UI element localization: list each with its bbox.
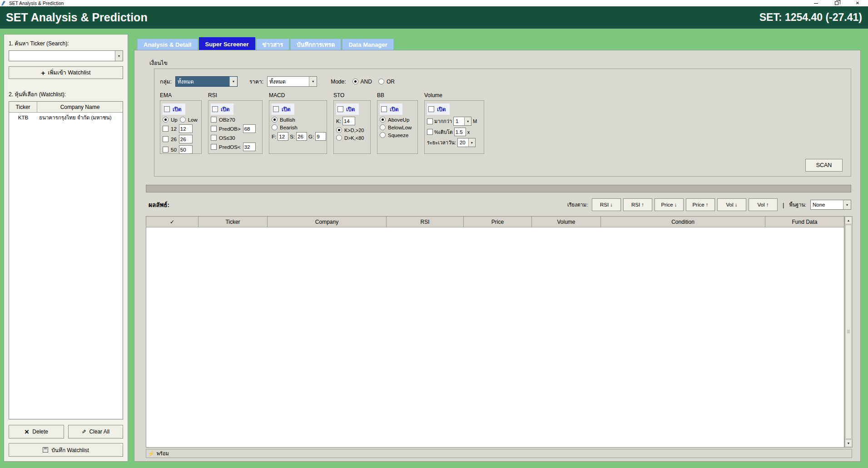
scan-button[interactable]: SCAN — [805, 159, 843, 172]
macd-enable-checkbox[interactable]: เปิด — [272, 103, 294, 115]
scroll-down-button[interactable]: ▼ — [845, 439, 852, 447]
col-condition[interactable]: Condition — [601, 217, 765, 227]
status-text: พร้อม — [157, 449, 169, 458]
sto-enable-checkbox[interactable]: เปิด — [336, 103, 359, 115]
fundamental-combobox[interactable]: None ▼ — [810, 200, 851, 210]
col-rsi[interactable]: RSI — [387, 217, 464, 227]
volume-growth-checkbox[interactable] — [427, 129, 433, 135]
group-combobox[interactable]: ทั้งหมด ▼ — [175, 76, 238, 87]
ema-26-checkbox[interactable] — [163, 136, 169, 142]
results-table-body — [146, 227, 844, 447]
mode-and-radio[interactable]: AND — [352, 79, 372, 85]
rsi-enable-checkbox[interactable]: เปิด — [211, 103, 233, 115]
col-fund-data[interactable]: Fund Data — [765, 217, 844, 227]
volume-growth-unit: x — [467, 129, 470, 135]
sort-rsi-desc-button[interactable]: RSI ↓ — [592, 198, 621, 211]
add-watchlist-button[interactable]: + เพิ่มเข้า Watchlist — [9, 66, 123, 79]
volume-enable-label: เปิด — [437, 105, 446, 113]
ema-50-checkbox[interactable] — [163, 147, 169, 153]
group-label: กลุ่ม: — [160, 77, 172, 86]
sort-price-desc-button[interactable]: Price ↓ — [655, 198, 684, 211]
restore-button[interactable] — [826, 0, 847, 6]
rsi-predos-input[interactable] — [243, 143, 256, 151]
rsi-predob-input[interactable] — [243, 124, 256, 133]
sto-k-input[interactable] — [342, 117, 355, 125]
sto-enable-label: เปิด — [346, 105, 355, 113]
macd-s-label: S: — [290, 134, 295, 139]
col-ticker[interactable]: Ticker — [198, 217, 268, 227]
tab-analysis-detail[interactable]: Analysis & Detail — [137, 39, 198, 51]
bb-squeeze-radio[interactable] — [380, 132, 386, 138]
tab-trade-log[interactable]: บันทึกการเทรด — [290, 39, 341, 51]
sort-vol-desc-button[interactable]: Vol ↓ — [717, 198, 746, 211]
ema-up-radio[interactable] — [163, 117, 169, 123]
ema-12-input[interactable] — [179, 124, 193, 133]
save-watchlist-button[interactable]: บันทึก Watchlist — [9, 443, 123, 457]
volume-greater-label: มากกว่า — [434, 117, 452, 125]
fundamental-value: None — [811, 202, 843, 207]
col-volume[interactable]: Volume — [532, 217, 601, 227]
rsi-predob-checkbox[interactable] — [211, 126, 217, 132]
sort-price-asc-button[interactable]: Price ↑ — [686, 198, 715, 211]
price-combobox[interactable]: ทั้งหมด ▼ — [267, 76, 317, 87]
mode-and-label: AND — [361, 79, 372, 85]
sort-rsi-asc-button[interactable]: RSI ↑ — [623, 198, 652, 211]
chevron-down-icon[interactable]: ▼ — [464, 117, 471, 125]
watchlist-row-company: ธนาคารกรุงไทย จำกัด (มหาชน) — [37, 113, 123, 123]
ema-50-label: 50 — [171, 147, 177, 153]
macd-s-input[interactable] — [296, 132, 307, 141]
rsi-predos-checkbox[interactable] — [211, 144, 217, 150]
results-scrollbar[interactable]: ▲ ▼ — [844, 216, 853, 448]
sto-dk-radio[interactable] — [336, 135, 342, 141]
tab-super-screener[interactable]: Super Screener — [199, 37, 255, 51]
minimize-button[interactable] — [805, 0, 826, 6]
set-index-value: SET: 1254.40 (-27.41) — [759, 11, 862, 24]
tab-news[interactable]: ข่าวสาร — [256, 39, 290, 51]
watchlist-table[interactable]: Ticker Company Name KTB ธนาคารกรุงไทย จำ… — [9, 101, 123, 419]
price-dropdown-button[interactable]: ▼ — [309, 77, 317, 86]
tab-data-manager[interactable]: Data Manager — [342, 39, 393, 51]
ema-12-checkbox[interactable] — [163, 126, 169, 132]
chevron-down-icon[interactable]: ▼ — [843, 200, 851, 209]
macd-bullish-radio[interactable] — [272, 117, 278, 123]
ema-low-radio[interactable] — [180, 117, 186, 123]
ticker-search-combobox[interactable]: ▼ — [9, 50, 123, 61]
rsi-os-checkbox[interactable] — [211, 135, 217, 141]
sto-kd-radio[interactable] — [336, 127, 342, 133]
col-company[interactable]: Company — [268, 217, 387, 227]
sort-vol-asc-button[interactable]: Vol ↑ — [749, 198, 778, 211]
close-icon: ✕ — [856, 1, 859, 5]
ema-50-input[interactable] — [179, 145, 193, 154]
volume-period-combobox[interactable]: 20 ▼ — [457, 138, 476, 147]
sidebar: 1. ค้นหา Ticker (Search): ▼ + เพิ่มเข้า … — [4, 34, 128, 462]
volume-greater-combobox[interactable]: 1 ▼ — [453, 117, 471, 126]
rsi-ob-checkbox[interactable] — [211, 117, 217, 123]
scroll-up-button[interactable]: ▲ — [845, 217, 852, 224]
ema-26-input[interactable] — [179, 135, 193, 143]
watchlist-col-ticker[interactable]: Ticker — [9, 102, 37, 112]
col-check[interactable]: ✓ — [146, 217, 198, 227]
macd-f-input[interactable] — [278, 132, 288, 141]
volume-greater-checkbox[interactable] — [427, 118, 433, 124]
mode-or-radio[interactable]: OR — [378, 79, 395, 85]
col-price[interactable]: Price — [464, 217, 532, 227]
macd-bearish-radio[interactable] — [272, 124, 278, 130]
close-button[interactable]: ✕ — [847, 0, 868, 6]
results-table[interactable]: ✓ Ticker Company RSI Price Volume Condit… — [146, 216, 844, 448]
watchlist-col-company[interactable]: Company Name — [37, 102, 123, 112]
chevron-down-icon[interactable]: ▼ — [468, 138, 475, 147]
clear-all-button[interactable]: ✎ Clear All — [68, 425, 124, 438]
bb-aboveup-radio[interactable] — [380, 117, 386, 123]
search-dropdown-button[interactable]: ▼ — [115, 51, 123, 61]
delete-button[interactable]: ✕ Delete — [9, 425, 64, 438]
watchlist-row[interactable]: KTB ธนาคารกรุงไทย จำกัด (มหาชน) — [9, 113, 123, 123]
bb-belowlow-radio[interactable] — [380, 124, 386, 130]
scrollbar-thumb[interactable] — [845, 225, 852, 439]
bb-enable-checkbox[interactable]: เปิด — [380, 103, 402, 115]
macd-g-input[interactable] — [315, 132, 326, 141]
volume-enable-checkbox[interactable]: เปิด — [427, 103, 450, 115]
volume-growth-input[interactable] — [454, 128, 466, 136]
volume-growth-label: %เติบโต — [434, 128, 453, 136]
ema-enable-checkbox[interactable]: เปิด — [163, 103, 185, 115]
group-dropdown-button[interactable]: ▼ — [229, 77, 237, 86]
